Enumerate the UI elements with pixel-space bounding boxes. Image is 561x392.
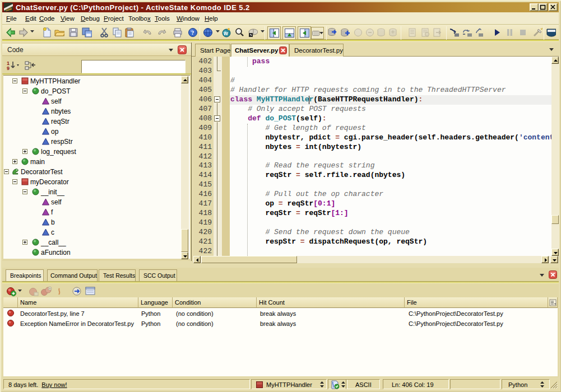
svg-text:w: w	[223, 30, 228, 36]
svg-text:?: ?	[191, 29, 194, 36]
svg-text:9: 9	[7, 66, 10, 71]
